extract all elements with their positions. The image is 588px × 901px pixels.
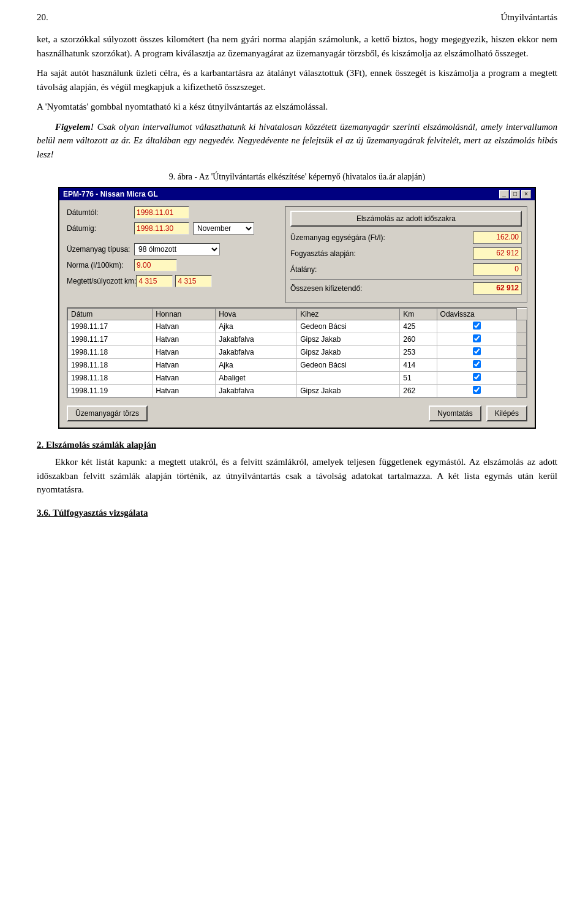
minimize-button[interactable]: _ — [499, 190, 509, 198]
atalan-label: Átalány: — [290, 265, 473, 274]
egysegar-row: Üzemanyag egységára (Ft/l): 162.00 — [290, 232, 522, 244]
table-row: 1998.11.17HatvanJakabfalvaGipsz Jakab260 — [68, 333, 527, 346]
egysegar-label: Üzemanyag egységára (Ft/l): — [290, 233, 473, 242]
odavissza-checkbox[interactable] — [437, 333, 516, 346]
col-honnan: Honnan — [153, 309, 216, 320]
titlebar-buttons: _ □ × — [499, 190, 531, 198]
atalan-value: 0 — [473, 263, 522, 276]
figyelem-bold: Figyelem! — [55, 122, 94, 132]
uzemanyag-dropdown[interactable]: 98 ólmozott — [134, 243, 220, 255]
col-datum: Dátum — [68, 309, 153, 320]
paragraph-2: Ha saját autót használunk üzleti célra, … — [37, 66, 557, 94]
dialog-titlebar: EPM-776 - Nissan Micra GL _ □ × — [59, 188, 535, 200]
page-number: 20. — [37, 12, 48, 23]
osszesen-row: Összesen kifizetendő: 62 912 — [290, 282, 522, 295]
dialog: EPM-776 - Nissan Micra GL _ □ × Dátumtól… — [58, 187, 536, 429]
datumig-row: Dátumig: November — [67, 222, 275, 235]
megtett-input2[interactable] — [175, 275, 212, 287]
top-section: Dátumtól: Dátumig: November — [67, 206, 527, 303]
table-header: Dátum Honnan Hova Kihez Km Odavissza — [68, 309, 527, 320]
figyelem-rest: Csak olyan intervallumot választhatunk k… — [37, 122, 557, 159]
trips-table: Dátum Honnan Hova Kihez Km Odavissza 199… — [67, 308, 527, 398]
section2-heading: 2. Elszámolás számlák alapján — [37, 440, 557, 450]
nyomtatas-button[interactable]: Nyomtatás — [429, 405, 481, 421]
paragraph-3: A 'Nyomtatás' gombbal nyomtatható ki a k… — [37, 100, 557, 114]
norma-input[interactable] — [134, 259, 177, 271]
table-container: Dátum Honnan Hova Kihez Km Odavissza 199… — [67, 307, 527, 398]
table-row: 1998.11.17HatvanAjkaGedeon Bácsi425 — [68, 320, 527, 333]
col-scrollbar — [517, 309, 527, 320]
odavissza-checkbox[interactable] — [437, 385, 516, 398]
odavissza-checkbox[interactable] — [437, 320, 516, 333]
close-button[interactable]: × — [521, 190, 531, 198]
table-row: 1998.11.19HatvanJakabfalvaGipsz Jakab262 — [68, 385, 527, 398]
col-hova: Hova — [216, 309, 297, 320]
section2-paragraph: Ekkor két listát kapunk: a megtett utakr… — [37, 455, 557, 497]
dialog-wrapper: EPM-776 - Nissan Micra GL _ □ × Dátumtól… — [58, 187, 536, 429]
megtett-label: Megtett/súlyozott km: — [67, 277, 136, 285]
uzemanyagar-torzs-button[interactable]: Üzemanyagár törzs — [67, 405, 148, 421]
page-title: Útnyilvántartás — [501, 12, 557, 23]
figure-caption: 9. ábra - Az 'Útnyilvántartás elkészítés… — [37, 172, 557, 182]
datumtol-label: Dátumtól: — [67, 208, 134, 217]
datumtol-row: Dátumtól: — [67, 206, 275, 219]
maximize-button[interactable]: □ — [510, 190, 520, 198]
megtett-row: Megtett/súlyozott km: — [67, 275, 275, 287]
right-panel: Elszámolás az adott időszakra Üzemanyag … — [285, 206, 527, 303]
bottom-buttons: Üzemanyagár törzs Nyomtatás Kilépés — [67, 403, 527, 421]
elszamolas-button[interactable]: Elszámolás az adott időszakra — [290, 211, 522, 227]
col-odavissza: Odavissza — [437, 309, 516, 320]
table-row: 1998.11.18HatvanAjkaGedeon Bácsi414 — [68, 359, 527, 372]
dialog-title: EPM-776 - Nissan Micra GL — [63, 190, 158, 198]
table-body: 1998.11.17HatvanAjkaGedeon Bácsi4251998.… — [68, 320, 527, 398]
col-kihez: Kihez — [297, 309, 400, 320]
section3-heading: 3.6. Túlfogyasztás vizsgálata — [37, 508, 557, 518]
datumtol-input[interactable] — [134, 206, 189, 219]
fogyasztas-value: 62 912 — [473, 247, 522, 260]
odavissza-checkbox[interactable] — [437, 346, 516, 359]
fogyasztas-row: Fogyasztás alapján: 62 912 — [290, 247, 522, 260]
col-km: Km — [400, 309, 437, 320]
table-wrapper: Dátum Honnan Hova Kihez Km Odavissza 199… — [67, 307, 527, 398]
paragraph-1: ket, a szorzókkal súlyozott összes kilom… — [37, 32, 557, 60]
osszesen-label: Összesen kifizetendő: — [290, 284, 473, 293]
datumig-label: Dátumig: — [67, 224, 134, 233]
table-row: 1998.11.18HatvanAbaliget51 — [68, 372, 527, 385]
month-dropdown[interactable]: November — [193, 222, 254, 235]
odavissza-checkbox[interactable] — [437, 359, 516, 372]
paragraph-figyelem: Figyelem! Csak olyan intervallumot válas… — [37, 120, 557, 162]
dialog-body: Dátumtól: Dátumig: November — [59, 200, 535, 428]
odavissza-checkbox[interactable] — [437, 372, 516, 385]
megtett-input1[interactable] — [136, 275, 173, 287]
uzemanyag-label: Üzemanyag típusa: — [67, 245, 134, 254]
atalan-row: Átalány: 0 — [290, 263, 522, 276]
uzemanyag-row: Üzemanyag típusa: 98 ólmozott — [67, 243, 275, 255]
left-panel: Dátumtól: Dátumig: November — [67, 206, 275, 303]
osszesen-value: 62 912 — [473, 282, 522, 295]
norma-label: Norma (l/100km): — [67, 261, 134, 270]
fogyasztas-label: Fogyasztás alapján: — [290, 249, 473, 258]
norma-row: Norma (l/100km): — [67, 259, 275, 271]
kilepes-button[interactable]: Kilépés — [486, 405, 527, 421]
datumig-input[interactable] — [134, 222, 189, 235]
egysegar-value: 162.00 — [473, 232, 522, 244]
table-row: 1998.11.18HatvanJakabfalvaGipsz Jakab253 — [68, 346, 527, 359]
